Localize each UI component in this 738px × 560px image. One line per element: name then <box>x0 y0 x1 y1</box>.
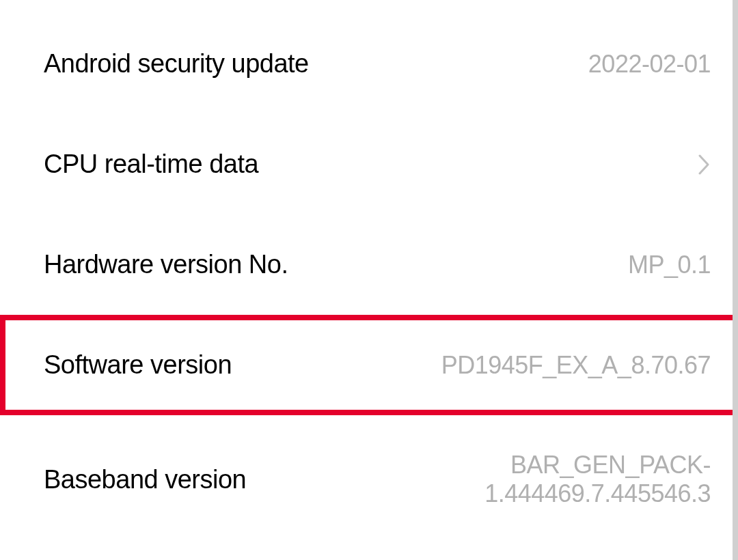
row-software-version[interactable]: Software version PD1945F_EX_A_8.70.67 <box>0 315 738 415</box>
row-right <box>697 152 711 177</box>
row-label: Software version <box>44 350 232 380</box>
row-android-security-update[interactable]: Android security update 2022-02-01 <box>0 14 738 114</box>
row-baseband-version[interactable]: Baseband version BAR_GEN_PACK-1.444469.7… <box>0 415 738 544</box>
row-value: MP_0.1 <box>628 251 711 279</box>
row-hardware-version-no[interactable]: Hardware version No. MP_0.1 <box>0 214 738 315</box>
row-label: CPU real-time data <box>44 150 258 179</box>
scrollbar[interactable] <box>733 0 738 560</box>
row-label: Android security update <box>44 49 309 79</box>
row-value: BAR_GEN_PACK-1.444469.7.445546.3 <box>314 451 711 508</box>
settings-list: Android security update 2022-02-01 CPU r… <box>0 0 738 544</box>
chevron-right-icon <box>697 152 711 177</box>
row-value: 2022-02-01 <box>588 50 711 79</box>
row-label: Hardware version No. <box>44 250 288 279</box>
settings-container: Android security update 2022-02-01 CPU r… <box>0 0 738 560</box>
row-label: Baseband version <box>44 465 246 494</box>
row-cpu-realtime-data[interactable]: CPU real-time data <box>0 114 738 214</box>
row-value: PD1945F_EX_A_8.70.67 <box>441 351 711 380</box>
